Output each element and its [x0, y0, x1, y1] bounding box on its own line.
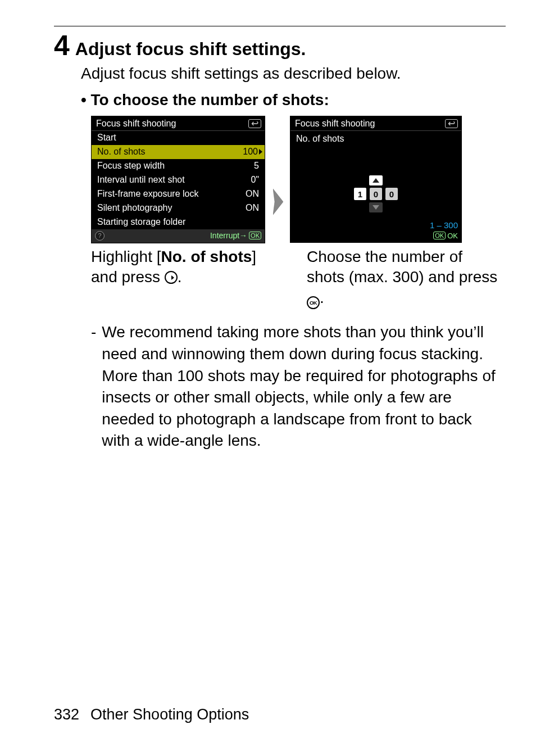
value: 100	[243, 147, 258, 157]
ok-hint: OKOK	[433, 232, 458, 240]
camera-value-screenshot: Focus shift shooting ↩ No. of shots 1 0 …	[290, 116, 462, 243]
multi-selector-right-icon	[165, 271, 178, 284]
back-icon: ↩	[248, 119, 261, 128]
note-text: We recommend taking more shots than you …	[102, 322, 500, 452]
label: Starting storage folder	[97, 217, 185, 227]
help-icon: ?	[95, 231, 105, 241]
label: Start	[97, 133, 116, 143]
lcd-title: Focus shift shooting	[96, 119, 176, 129]
screenshots-row: Focus shift shooting ↩ Start No. of shot…	[91, 116, 506, 243]
lcd-titlebar: Focus shift shooting ↩	[92, 116, 265, 131]
caption-right: Choose the number of shots (max. 300) an…	[307, 247, 500, 309]
camera-menu-screenshot: Focus shift shooting ↩ Start No. of shot…	[91, 116, 265, 243]
menu-item-step-width: Focus step width5	[92, 159, 265, 173]
menu-item-interval: Interval until next shot0"	[92, 173, 265, 187]
value: 0"	[251, 175, 259, 185]
step-number: 4	[54, 31, 70, 60]
note-paragraph: - We recommend taking more shots than yo…	[91, 322, 506, 452]
label: No. of shots	[97, 147, 145, 157]
page-footer: 332 Other Shooting Options	[54, 706, 249, 723]
ok-button-icon: OK	[307, 296, 320, 309]
value: ON	[246, 189, 259, 199]
captions-row: Highlight [No. of shots] and press . Cho…	[91, 247, 506, 309]
section-title: Other Shooting Options	[90, 706, 249, 723]
lcd-titlebar: Focus shift shooting ↩	[290, 116, 461, 131]
menu-item-silent: Silent photographyON	[92, 201, 265, 215]
menu-item-folder: Starting storage folder	[92, 215, 265, 229]
label: First-frame exposure lock	[97, 189, 199, 199]
chevron-right-icon	[259, 149, 262, 155]
page-content: 4 Adjust focus shift settings. Adjust fo…	[54, 33, 506, 452]
up-arrow-icon	[369, 175, 383, 185]
horizontal-rule	[54, 26, 506, 26]
step-title: Adjust focus shift settings.	[75, 39, 306, 60]
bullet-heading: • To choose the number of shots:	[81, 91, 506, 109]
step-heading: 4 Adjust focus shift settings.	[54, 33, 506, 60]
lcd-title: Focus shift shooting	[295, 119, 375, 129]
value-spinner: 1 0 0	[354, 175, 398, 212]
range-text: 1 – 300	[430, 220, 458, 230]
caption-left: Highlight [No. of shots] and press .	[91, 247, 284, 309]
svg-marker-0	[273, 189, 283, 215]
dash-bullet: -	[91, 322, 96, 452]
digit-3: 0	[385, 188, 398, 200]
text: Choose the number of shots (max. 300) an…	[307, 248, 497, 286]
ok-icon: OK	[433, 232, 446, 239]
value: 5	[254, 161, 259, 171]
text-bold: No. of shots	[161, 248, 252, 265]
label: Silent photography	[97, 203, 172, 213]
transition-arrow-icon	[273, 189, 282, 215]
digits: 1 0 0	[354, 188, 398, 200]
text: .	[320, 289, 324, 306]
lcd-footer: ? Interrupt→ OK	[92, 229, 265, 243]
digit-1: 1	[354, 188, 366, 200]
lcd-subtitle: No. of shots	[296, 134, 344, 144]
step-description: Adjust focus shift settings as described…	[81, 63, 506, 84]
ok-icon: OK	[249, 232, 261, 239]
down-arrow-icon	[369, 202, 383, 212]
lcd-subtitle-row: No. of shots	[290, 131, 461, 146]
menu-item-no-of-shots: No. of shots 100	[92, 145, 265, 159]
interrupt-hint: Interrupt→ OK	[210, 231, 261, 240]
menu-item-start: Start	[92, 131, 265, 145]
text: .	[178, 268, 182, 286]
menu-item-exposure-lock: First-frame exposure lockON	[92, 187, 265, 201]
value: ON	[246, 203, 259, 213]
digit-2: 0	[370, 188, 382, 200]
interrupt-label: Interrupt→	[210, 231, 247, 240]
ok-label: OK	[447, 232, 458, 240]
lcd2-footer: 1 – 300 OKOK	[430, 220, 458, 240]
back-icon: ↩	[445, 119, 458, 128]
label: Interval until next shot	[97, 175, 185, 185]
label: Focus step width	[97, 161, 165, 171]
text: Highlight [	[91, 248, 161, 265]
page-number: 332	[54, 706, 79, 723]
